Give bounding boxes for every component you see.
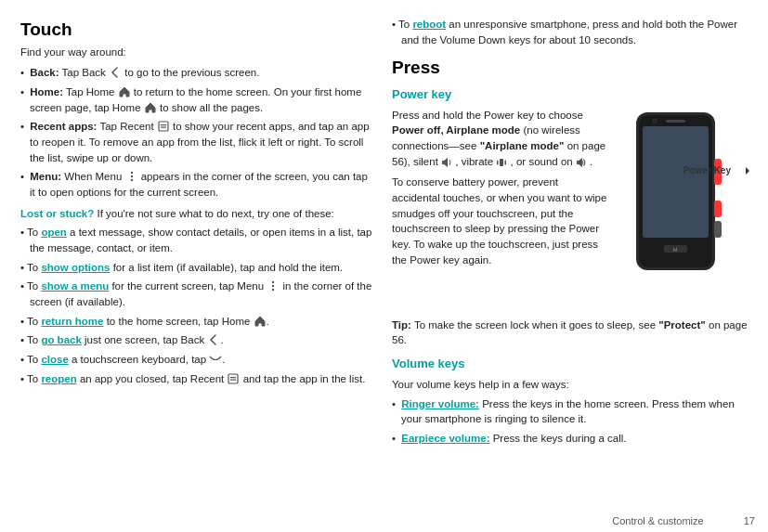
page-container: Touch Find your way around: Back: Tap Ba… — [0, 0, 768, 532]
power-off-term: Power off, Airplane mode — [392, 124, 520, 136]
back-icon — [109, 66, 122, 79]
svg-point-22 — [654, 119, 657, 122]
list-item-show-options: To show options for a list item (if avai… — [20, 260, 373, 276]
menu-icon — [125, 170, 138, 183]
tip-label: Tip: — [392, 319, 411, 331]
power-key-content: Press and hold the Power key to choose P… — [392, 108, 748, 312]
svg-point-8 — [272, 289, 274, 291]
power-key-para2: To conserve battery power, prevent accid… — [392, 175, 608, 267]
vibrate-icon — [496, 157, 507, 168]
menu-term: Menu: — [30, 171, 61, 182]
earpiece-volume-term: Earpiece volume: — [401, 433, 489, 444]
right-column: To reboot an unresponsive smartphone, pr… — [392, 17, 748, 523]
svg-point-7 — [272, 285, 274, 287]
svg-rect-0 — [159, 122, 168, 131]
earpiece-volume-item: Earpiece volume: Press the keys during a… — [392, 431, 748, 447]
reopen-term: reopen — [41, 373, 76, 384]
return-home-term: return home — [41, 316, 103, 327]
recent-icon-2 — [227, 372, 240, 385]
volume-items-list: Ringer volume: Press the keys in the hom… — [392, 396, 748, 447]
list-item-back: Back: Tap Back to go to the previous scr… — [20, 65, 373, 81]
list-item-recent: Recent apps: Tap Recent to show your rec… — [20, 119, 373, 165]
list-item-home: Home: Tap Home to return to the home scr… — [20, 84, 373, 115]
ringer-volume-term: Ringer volume: — [401, 398, 479, 409]
home-icon-2 — [144, 101, 157, 114]
protect-quote: "Protect" — [658, 319, 706, 331]
power-key-label: Power Key — [683, 165, 749, 176]
reboot-term: reboot — [412, 19, 446, 30]
footer-left: Control & customize — [612, 515, 703, 526]
svg-point-5 — [130, 179, 132, 181]
silent-icon — [441, 157, 452, 168]
open-term: open — [41, 227, 66, 238]
recent-term: Recent apps: — [30, 121, 97, 132]
home-term: Home: — [30, 86, 63, 97]
list-item-return-home: To return home to the home screen, tap H… — [20, 314, 373, 330]
close-term: close — [41, 354, 68, 365]
recent-icon — [157, 120, 170, 133]
phone-image: M Power Key — [618, 108, 748, 312]
left-column: Touch Find your way around: Back: Tap Ba… — [20, 17, 373, 523]
power-key-subtitle: Power key — [392, 86, 748, 104]
svg-rect-11 — [230, 379, 236, 380]
back-icon-2 — [207, 333, 220, 346]
list-item-go-back: To go back just one screen, tap Back . — [20, 332, 373, 348]
svg-rect-17 — [643, 126, 709, 238]
svg-rect-1 — [161, 124, 166, 125]
power-key-arrow — [733, 165, 749, 176]
press-title: Press — [392, 55, 748, 81]
svg-rect-13 — [497, 160, 499, 164]
reboot-list: To reboot an unresponsive smartphone, pr… — [392, 17, 748, 47]
svg-rect-25 — [714, 221, 722, 238]
svg-rect-10 — [230, 377, 236, 378]
power-key-text: Press and hold the Power key to choose P… — [392, 108, 608, 268]
lost-stuck-label: Lost or stuck? — [20, 208, 94, 219]
back-term: Back: — [30, 67, 59, 78]
svg-rect-2 — [161, 127, 166, 128]
svg-rect-20 — [666, 120, 685, 123]
touch-title: Touch — [20, 17, 373, 43]
go-back-term: go back — [41, 334, 81, 345]
lost-stuck-para: Lost or stuck? If you're not sure what t… — [20, 206, 373, 222]
lost-items-list: To open a text message, show contact det… — [20, 225, 373, 386]
list-item-close: To close a touchscreen keyboard, tap . — [20, 352, 373, 368]
svg-point-6 — [272, 281, 274, 283]
home-icon-3 — [254, 315, 267, 328]
volume-keys-subtitle: Volume keys — [392, 356, 748, 373]
svg-text:M: M — [673, 247, 678, 253]
back-text: Tap Back — [62, 67, 110, 78]
svg-point-3 — [130, 172, 132, 174]
svg-point-4 — [130, 175, 132, 177]
touch-items-list: Back: Tap Back to go to the previous scr… — [20, 65, 373, 200]
volume-keys-section: Volume keys Your volume keys help in a f… — [392, 356, 748, 447]
reboot-item: To reboot an unresponsive smartphone, pr… — [392, 17, 748, 47]
svg-rect-24 — [714, 201, 722, 217]
footer-right: 17 — [744, 515, 755, 526]
ringer-volume-item: Ringer volume: Press the keys in the hom… — [392, 396, 748, 427]
show-menu-term: show a menu — [41, 280, 109, 292]
keyboard-icon — [209, 353, 222, 366]
list-item-menu: Menu: When Menu appears in the corner of… — [20, 169, 373, 200]
svg-rect-14 — [505, 160, 507, 164]
list-item-open: To open a text message, show contact det… — [20, 225, 373, 255]
footer: Control & customize 17 — [612, 515, 755, 526]
sound-icon — [576, 157, 587, 168]
airplane-mode-quote: "Airplane mode" — [480, 140, 565, 151]
svg-rect-12 — [500, 159, 503, 166]
phone-svg: M — [618, 108, 748, 312]
list-item-reopen: To reopen an app you closed, tap Recent … — [20, 371, 373, 387]
volume-keys-intro: Your volume keys help in a few ways: — [392, 377, 748, 393]
power-key-para1: Press and hold the Power key to choose P… — [392, 108, 608, 170]
show-options-term: show options — [41, 262, 110, 273]
svg-rect-9 — [228, 374, 238, 383]
touch-intro: Find your way around: — [20, 45, 373, 60]
home-icon — [118, 85, 131, 98]
list-item-show-menu: To show a menu for the current screen, t… — [20, 279, 373, 309]
tip-text: Tip: To make the screen lock when it goe… — [392, 318, 748, 348]
menu-icon-2 — [267, 279, 280, 292]
